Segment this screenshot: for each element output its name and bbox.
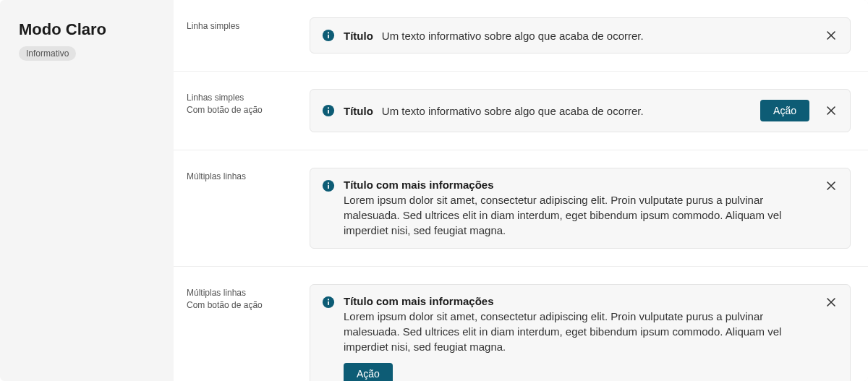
toast: Título com mais informações Lorem ipsum … bbox=[310, 168, 851, 249]
close-icon bbox=[825, 105, 837, 116]
sidebar: Modo Claro Informativo bbox=[0, 0, 174, 381]
variant-row: Linha simples Título Um texto informativ… bbox=[174, 0, 868, 72]
close-icon bbox=[825, 296, 837, 308]
svg-rect-1 bbox=[328, 35, 329, 38]
toast-title: Título com mais informações bbox=[344, 179, 809, 191]
info-icon bbox=[322, 104, 335, 117]
toast-body: Título Um texto informativo sobre algo q… bbox=[344, 30, 809, 42]
mode-title: Modo Claro bbox=[19, 20, 155, 39]
toast-body: Título com mais informações Lorem ipsum … bbox=[344, 295, 809, 381]
toast-text: Um texto informativo sobre algo que acab… bbox=[382, 30, 644, 42]
svg-point-11 bbox=[328, 299, 329, 300]
variant-label: Múltiplas linhas Com botão de ação bbox=[187, 284, 310, 381]
close-button[interactable] bbox=[824, 103, 838, 118]
variant-row: Múltiplas linhas Título com mais informa… bbox=[174, 150, 868, 267]
close-icon bbox=[825, 180, 837, 192]
close-button[interactable] bbox=[824, 295, 838, 309]
toast-title: Título bbox=[344, 105, 373, 117]
svg-rect-10 bbox=[328, 301, 329, 305]
toast-text: Lorem ipsum dolor sit amet, consectetur … bbox=[344, 192, 809, 238]
toast-body: Título Um texto informativo sobre algo q… bbox=[344, 105, 752, 117]
svg-rect-7 bbox=[328, 185, 329, 189]
variant-label: Linha simples bbox=[187, 17, 310, 53]
toast-container: Título Um texto informativo sobre algo q… bbox=[310, 17, 851, 53]
svg-rect-4 bbox=[328, 110, 329, 114]
toast-container: Título com mais informações Lorem ipsum … bbox=[310, 284, 851, 381]
toast-body: Título com mais informações Lorem ipsum … bbox=[344, 179, 809, 238]
variant-label: Múltiplas linhas bbox=[187, 168, 310, 249]
main-content: Linha simples Título Um texto informativ… bbox=[174, 0, 868, 381]
toast-title: Título bbox=[344, 30, 373, 42]
svg-point-2 bbox=[328, 32, 329, 33]
variant-label: Linhas simples Com botão de ação bbox=[187, 89, 310, 132]
svg-point-5 bbox=[328, 107, 329, 108]
toast-container: Título com mais informações Lorem ipsum … bbox=[310, 168, 851, 249]
svg-point-8 bbox=[328, 182, 329, 184]
close-icon bbox=[825, 30, 837, 41]
info-tag: Informativo bbox=[19, 46, 76, 61]
close-button[interactable] bbox=[824, 28, 838, 43]
info-icon bbox=[322, 296, 335, 309]
toast: Título Um texto informativo sobre algo q… bbox=[310, 89, 851, 132]
variant-row: Múltiplas linhas Com botão de ação Títul… bbox=[174, 267, 868, 381]
info-icon bbox=[322, 29, 335, 42]
toast-text: Lorem ipsum dolor sit amet, consectetur … bbox=[344, 309, 809, 354]
toast: Título Um texto informativo sobre algo q… bbox=[310, 17, 851, 53]
toast-title: Título com mais informações bbox=[344, 295, 809, 307]
toast-text: Um texto informativo sobre algo que acab… bbox=[382, 105, 644, 117]
info-icon bbox=[322, 179, 335, 192]
toast-container: Título Um texto informativo sobre algo q… bbox=[310, 89, 851, 132]
action-button[interactable]: Ação bbox=[344, 363, 393, 381]
variant-row: Linhas simples Com botão de ação Título … bbox=[174, 72, 868, 150]
toast: Título com mais informações Lorem ipsum … bbox=[310, 284, 851, 381]
page-wrap: Modo Claro Informativo Linha simples Tít… bbox=[0, 0, 868, 381]
action-button[interactable]: Ação bbox=[760, 100, 809, 121]
close-button[interactable] bbox=[824, 179, 838, 193]
